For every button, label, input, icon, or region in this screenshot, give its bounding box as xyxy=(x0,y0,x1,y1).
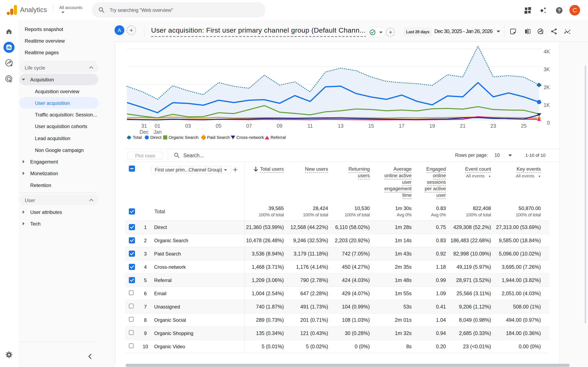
svg-text:11: 11 xyxy=(307,123,313,129)
svg-text:25: 25 xyxy=(521,123,527,129)
svg-text:23: 23 xyxy=(490,123,496,129)
svg-text:Direct: Direct xyxy=(150,135,162,140)
svg-text:15: 15 xyxy=(368,123,374,129)
svg-text:4K: 4K xyxy=(544,49,550,54)
svg-text:Cross-network: Cross-network xyxy=(236,135,264,140)
svg-text:09: 09 xyxy=(277,123,283,129)
svg-text:17: 17 xyxy=(399,123,405,129)
svg-text:3K: 3K xyxy=(544,67,550,72)
svg-text:21: 21 xyxy=(460,123,466,129)
svg-text:Organic Search: Organic Search xyxy=(169,135,199,140)
svg-text:01: 01 xyxy=(155,123,160,129)
svg-text:Dec: Dec xyxy=(140,129,149,135)
svg-text:Paid Search: Paid Search xyxy=(207,135,230,140)
svg-text:05: 05 xyxy=(216,123,222,129)
svg-text:1K: 1K xyxy=(544,102,550,108)
svg-text:07: 07 xyxy=(246,123,252,129)
svg-text:13: 13 xyxy=(338,123,344,129)
svg-text:2K: 2K xyxy=(544,84,550,90)
svg-text:31: 31 xyxy=(141,123,147,129)
svg-text:Total: Total xyxy=(133,135,142,140)
svg-text:19: 19 xyxy=(429,123,435,129)
svg-text:0: 0 xyxy=(547,120,550,125)
svg-text:Referral: Referral xyxy=(270,135,286,140)
svg-text:Jan: Jan xyxy=(153,129,162,135)
svg-text:03: 03 xyxy=(185,123,191,129)
